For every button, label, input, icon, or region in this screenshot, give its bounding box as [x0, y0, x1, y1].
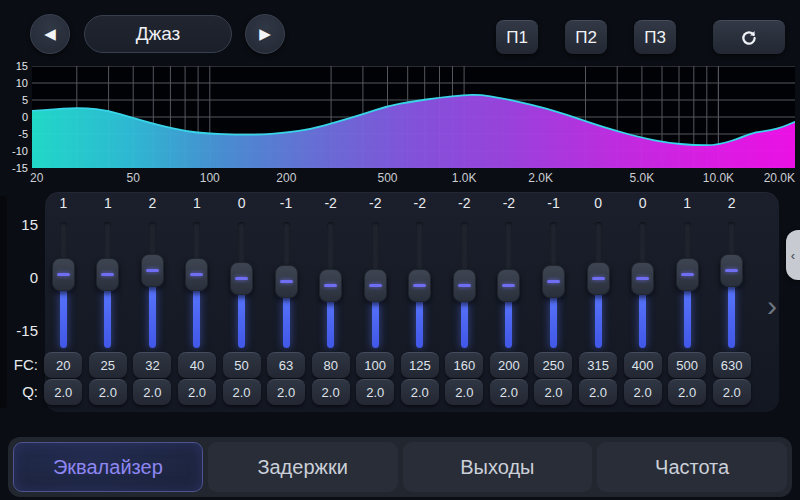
- slider-thumb[interactable]: [141, 254, 164, 287]
- eq-band-400hz: 0 400 2.0: [620, 192, 665, 412]
- x-tick-label: 200: [276, 170, 296, 186]
- band-q-chip[interactable]: 2.0: [356, 379, 394, 405]
- band-fc-chip[interactable]: 20: [44, 352, 82, 378]
- slider-thumb[interactable]: [230, 262, 253, 295]
- band-q-chip[interactable]: 2.0: [490, 379, 528, 405]
- slider-thumb[interactable]: [319, 269, 342, 302]
- band-gain-slider[interactable]: [620, 218, 665, 352]
- band-gain-slider[interactable]: [41, 218, 86, 352]
- band-q-chip[interactable]: 2.0: [44, 379, 82, 405]
- slider-thumb[interactable]: [676, 258, 699, 291]
- band-fc-chip[interactable]: 250: [534, 352, 572, 378]
- band-gain-slider[interactable]: [219, 218, 264, 352]
- scale-label-max: 15: [0, 216, 38, 233]
- band-gain-value: -2: [308, 194, 353, 212]
- y-tick-label: 10: [0, 76, 28, 90]
- slider-thumb[interactable]: [364, 269, 387, 302]
- band-gain-slider[interactable]: [576, 218, 621, 352]
- eq-band-100hz: -2 100 2.0: [353, 192, 398, 412]
- tab-delays[interactable]: Задержки: [208, 442, 398, 492]
- band-fc-chip[interactable]: 315: [579, 352, 617, 378]
- band-q-chip[interactable]: 2.0: [133, 379, 171, 405]
- band-fc-chip[interactable]: 400: [624, 352, 662, 378]
- band-gain-value: 1: [665, 194, 710, 212]
- scale-label-zero: 0: [0, 269, 38, 286]
- band-fc-chip[interactable]: 80: [312, 352, 350, 378]
- band-q-chip[interactable]: 2.0: [178, 379, 216, 405]
- x-tick-label: 20: [30, 170, 43, 186]
- band-fc-chip[interactable]: 160: [445, 352, 483, 378]
- next-bands-button[interactable]: ›: [760, 290, 784, 322]
- band-q-chip[interactable]: 2.0: [445, 379, 483, 405]
- chevron-left-icon: ‹: [791, 248, 795, 263]
- eq-band-200hz: -2 200 2.0: [487, 192, 532, 412]
- band-gain-slider[interactable]: [709, 218, 754, 352]
- band-q-chip[interactable]: 2.0: [312, 379, 350, 405]
- preset-selector[interactable]: Джаз: [84, 15, 232, 53]
- band-q-chip[interactable]: 2.0: [534, 379, 572, 405]
- tab-equalizer[interactable]: Эквалайзер: [13, 442, 203, 492]
- reset-eq-button[interactable]: [713, 20, 785, 54]
- eq-band-40hz: 1 40 2.0: [175, 192, 220, 412]
- band-gain-slider[interactable]: [264, 218, 309, 352]
- eq-band-25hz: 1 25 2.0: [86, 192, 131, 412]
- band-fc-chip[interactable]: 25: [89, 352, 127, 378]
- band-fc-chip[interactable]: 125: [401, 352, 439, 378]
- slider-thumb[interactable]: [497, 269, 520, 302]
- q-row-label: Q:: [0, 383, 38, 400]
- slider-thumb[interactable]: [185, 258, 208, 291]
- slider-thumb[interactable]: [96, 258, 119, 291]
- memory-button-1[interactable]: П1: [496, 20, 538, 54]
- band-fc-chip[interactable]: 630: [713, 352, 751, 378]
- band-gain-slider[interactable]: [353, 218, 398, 352]
- band-gain-slider[interactable]: [487, 218, 532, 352]
- band-fc-chip[interactable]: 40: [178, 352, 216, 378]
- band-gain-value: -2: [353, 194, 398, 212]
- band-gain-slider[interactable]: [130, 218, 175, 352]
- band-q-chip[interactable]: 2.0: [223, 379, 261, 405]
- tab-outputs[interactable]: Выходы: [403, 442, 593, 492]
- band-q-chip[interactable]: 2.0: [624, 379, 662, 405]
- band-gain-slider[interactable]: [442, 218, 487, 352]
- slider-thumb-marker: [502, 284, 515, 287]
- slider-thumb[interactable]: [587, 262, 610, 295]
- prev-preset-button[interactable]: ◀: [30, 14, 70, 54]
- band-q-chip[interactable]: 2.0: [267, 379, 305, 405]
- tab-frequency[interactable]: Частота: [597, 442, 787, 492]
- band-fc-chip[interactable]: 63: [267, 352, 305, 378]
- right-drawer-handle[interactable]: ‹: [786, 230, 800, 280]
- slider-thumb[interactable]: [408, 269, 431, 302]
- memory-button-3[interactable]: П3: [634, 20, 676, 54]
- slider-thumb[interactable]: [542, 265, 565, 298]
- slider-thumb[interactable]: [453, 269, 476, 302]
- band-fc-chip[interactable]: 500: [668, 352, 706, 378]
- band-gain-slider[interactable]: [665, 218, 710, 352]
- slider-thumb-marker: [280, 280, 293, 283]
- band-fc-chip[interactable]: 32: [133, 352, 171, 378]
- band-gain-slider[interactable]: [86, 218, 131, 352]
- slider-thumb[interactable]: [631, 262, 654, 295]
- slider-thumb[interactable]: [52, 258, 75, 291]
- next-preset-button[interactable]: ▶: [245, 14, 285, 54]
- memory-button-2[interactable]: П2: [565, 20, 607, 54]
- band-fc-chip[interactable]: 200: [490, 352, 528, 378]
- chevron-right-icon: ›: [767, 289, 777, 322]
- band-q-chip[interactable]: 2.0: [401, 379, 439, 405]
- band-gain-slider[interactable]: [531, 218, 576, 352]
- band-q-chip[interactable]: 2.0: [668, 379, 706, 405]
- band-gain-slider[interactable]: [308, 218, 353, 352]
- band-fc-chip[interactable]: 100: [356, 352, 394, 378]
- slider-thumb-marker: [369, 284, 382, 287]
- slider-thumb[interactable]: [275, 265, 298, 298]
- band-q-chip[interactable]: 2.0: [713, 379, 751, 405]
- band-gain-value: -2: [487, 194, 532, 212]
- band-gain-slider[interactable]: [175, 218, 220, 352]
- band-fc-chip[interactable]: 50: [223, 352, 261, 378]
- x-tick-label: 50: [127, 170, 140, 186]
- band-q-chip[interactable]: 2.0: [89, 379, 127, 405]
- slider-thumb-marker: [413, 284, 426, 287]
- eq-band-80hz: -2 80 2.0: [308, 192, 353, 412]
- band-q-chip[interactable]: 2.0: [579, 379, 617, 405]
- band-gain-slider[interactable]: [398, 218, 443, 352]
- slider-thumb[interactable]: [720, 254, 743, 287]
